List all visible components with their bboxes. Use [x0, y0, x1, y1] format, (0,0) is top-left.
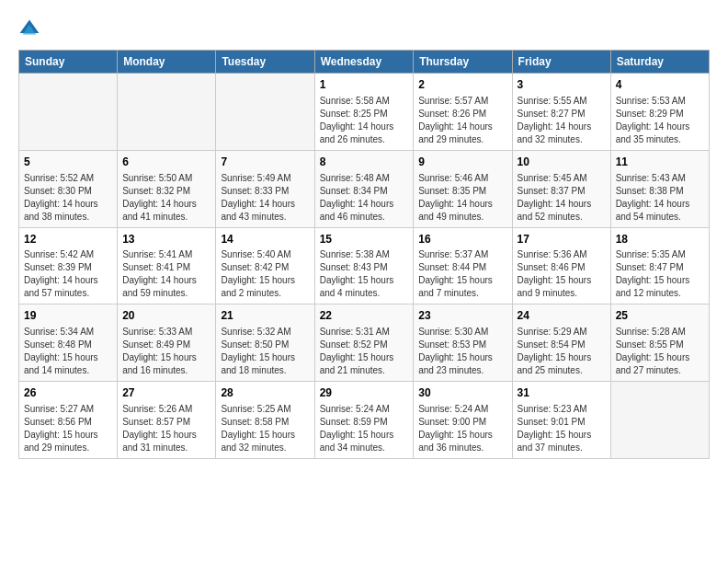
day-number: 1 [320, 77, 409, 93]
weekday-header-wednesday: Wednesday [314, 51, 414, 74]
calendar-cell: 6Sunrise: 5:50 AM Sunset: 8:32 PM Daylig… [118, 150, 216, 227]
day-number: 4 [616, 77, 704, 93]
calendar-cell: 10Sunrise: 5:45 AM Sunset: 8:37 PM Dayli… [512, 150, 610, 227]
calendar-cell: 14Sunrise: 5:40 AM Sunset: 8:42 PM Dayli… [216, 227, 314, 304]
weekday-header-friday: Friday [512, 51, 610, 74]
day-info: Sunrise: 5:24 AM Sunset: 9:00 PM Dayligh… [418, 403, 506, 454]
calendar-table: SundayMondayTuesdayWednesdayThursdayFrid… [18, 50, 710, 459]
day-number: 16 [418, 232, 506, 247]
day-info: Sunrise: 5:49 AM Sunset: 8:33 PM Dayligh… [221, 172, 309, 224]
day-number: 23 [418, 308, 506, 324]
day-number: 9 [418, 155, 506, 170]
calendar-cell: 4Sunrise: 5:53 AM Sunset: 8:29 PM Daylig… [610, 74, 709, 151]
calendar-cell: 8Sunrise: 5:48 AM Sunset: 8:34 PM Daylig… [314, 150, 414, 227]
day-number: 19 [24, 308, 112, 324]
calendar-cell: 12Sunrise: 5:42 AM Sunset: 8:39 PM Dayli… [19, 227, 118, 304]
day-number: 27 [122, 385, 210, 401]
calendar-cell: 2Sunrise: 5:57 AM Sunset: 8:26 PM Daylig… [414, 74, 512, 151]
day-number: 26 [24, 385, 112, 401]
day-info: Sunrise: 5:37 AM Sunset: 8:44 PM Dayligh… [418, 248, 506, 300]
day-info: Sunrise: 5:42 AM Sunset: 8:39 PM Dayligh… [24, 248, 112, 300]
day-info: Sunrise: 5:41 AM Sunset: 8:41 PM Dayligh… [122, 248, 210, 300]
calendar-week-5: 26Sunrise: 5:27 AM Sunset: 8:56 PM Dayli… [19, 382, 710, 459]
day-info: Sunrise: 5:35 AM Sunset: 8:47 PM Dayligh… [616, 248, 704, 300]
calendar-cell: 21Sunrise: 5:32 AM Sunset: 8:50 PM Dayli… [216, 304, 314, 382]
day-number: 18 [616, 232, 704, 247]
logo-icon [18, 18, 40, 40]
calendar-cell: 13Sunrise: 5:41 AM Sunset: 8:41 PM Dayli… [118, 227, 216, 304]
calendar-cell: 28Sunrise: 5:25 AM Sunset: 8:58 PM Dayli… [216, 382, 314, 459]
day-number: 5 [24, 155, 112, 170]
day-number: 12 [24, 232, 112, 247]
day-number: 24 [518, 308, 606, 324]
weekday-header-sunday: Sunday [19, 51, 118, 74]
calendar-cell: 22Sunrise: 5:31 AM Sunset: 8:52 PM Dayli… [314, 304, 414, 382]
day-info: Sunrise: 5:48 AM Sunset: 8:34 PM Dayligh… [320, 172, 409, 224]
day-info: Sunrise: 5:29 AM Sunset: 8:54 PM Dayligh… [518, 326, 606, 377]
day-info: Sunrise: 5:36 AM Sunset: 8:46 PM Dayligh… [518, 248, 606, 300]
day-number: 10 [518, 155, 606, 170]
calendar-body: 1Sunrise: 5:58 AM Sunset: 8:25 PM Daylig… [19, 74, 710, 459]
day-info: Sunrise: 5:27 AM Sunset: 8:56 PM Dayligh… [24, 403, 112, 454]
weekday-header-thursday: Thursday [414, 51, 512, 74]
calendar-cell: 19Sunrise: 5:34 AM Sunset: 8:48 PM Dayli… [19, 304, 118, 382]
day-number: 13 [122, 232, 210, 247]
calendar-cell: 1Sunrise: 5:58 AM Sunset: 8:25 PM Daylig… [314, 74, 414, 151]
day-info: Sunrise: 5:26 AM Sunset: 8:57 PM Dayligh… [122, 403, 210, 454]
page-header [18, 18, 710, 40]
calendar-cell: 25Sunrise: 5:28 AM Sunset: 8:55 PM Dayli… [610, 304, 709, 382]
calendar-cell: 7Sunrise: 5:49 AM Sunset: 8:33 PM Daylig… [216, 150, 314, 227]
day-number: 22 [320, 308, 409, 324]
day-number: 28 [221, 385, 309, 401]
calendar-cell [19, 74, 118, 151]
calendar-cell: 30Sunrise: 5:24 AM Sunset: 9:00 PM Dayli… [414, 382, 512, 459]
calendar-cell: 27Sunrise: 5:26 AM Sunset: 8:57 PM Dayli… [118, 382, 216, 459]
calendar-cell: 26Sunrise: 5:27 AM Sunset: 8:56 PM Dayli… [19, 382, 118, 459]
day-number: 7 [221, 155, 309, 170]
day-info: Sunrise: 5:52 AM Sunset: 8:30 PM Dayligh… [24, 172, 112, 224]
day-number: 20 [122, 308, 210, 324]
day-info: Sunrise: 5:40 AM Sunset: 8:42 PM Dayligh… [221, 248, 309, 300]
calendar-cell: 9Sunrise: 5:46 AM Sunset: 8:35 PM Daylig… [414, 150, 512, 227]
day-info: Sunrise: 5:23 AM Sunset: 9:01 PM Dayligh… [518, 403, 606, 454]
day-info: Sunrise: 5:53 AM Sunset: 8:29 PM Dayligh… [616, 95, 704, 146]
day-number: 2 [418, 77, 506, 93]
day-info: Sunrise: 5:25 AM Sunset: 8:58 PM Dayligh… [221, 403, 309, 454]
calendar-cell: 20Sunrise: 5:33 AM Sunset: 8:49 PM Dayli… [118, 304, 216, 382]
day-info: Sunrise: 5:45 AM Sunset: 8:37 PM Dayligh… [518, 172, 606, 224]
calendar-cell [118, 74, 216, 151]
calendar-week-3: 12Sunrise: 5:42 AM Sunset: 8:39 PM Dayli… [19, 227, 710, 304]
day-number: 14 [221, 232, 309, 247]
day-number: 30 [418, 385, 506, 401]
day-number: 17 [518, 232, 606, 247]
calendar-cell [610, 382, 709, 459]
day-info: Sunrise: 5:46 AM Sunset: 8:35 PM Dayligh… [418, 172, 506, 224]
day-info: Sunrise: 5:43 AM Sunset: 8:38 PM Dayligh… [616, 172, 704, 224]
day-number: 11 [616, 155, 704, 170]
day-info: Sunrise: 5:38 AM Sunset: 8:43 PM Dayligh… [320, 248, 409, 300]
day-info: Sunrise: 5:32 AM Sunset: 8:50 PM Dayligh… [221, 326, 309, 377]
calendar-cell: 31Sunrise: 5:23 AM Sunset: 9:01 PM Dayli… [512, 382, 610, 459]
day-info: Sunrise: 5:30 AM Sunset: 8:53 PM Dayligh… [418, 326, 506, 377]
day-info: Sunrise: 5:33 AM Sunset: 8:49 PM Dayligh… [122, 326, 210, 377]
day-info: Sunrise: 5:58 AM Sunset: 8:25 PM Dayligh… [320, 95, 409, 146]
calendar-cell: 23Sunrise: 5:30 AM Sunset: 8:53 PM Dayli… [414, 304, 512, 382]
calendar-cell: 24Sunrise: 5:29 AM Sunset: 8:54 PM Dayli… [512, 304, 610, 382]
calendar-week-4: 19Sunrise: 5:34 AM Sunset: 8:48 PM Dayli… [19, 304, 710, 382]
calendar-cell: 18Sunrise: 5:35 AM Sunset: 8:47 PM Dayli… [610, 227, 709, 304]
calendar-cell [216, 74, 314, 151]
calendar-week-2: 5Sunrise: 5:52 AM Sunset: 8:30 PM Daylig… [19, 150, 710, 227]
calendar-cell: 11Sunrise: 5:43 AM Sunset: 8:38 PM Dayli… [610, 150, 709, 227]
logo [18, 18, 44, 40]
day-info: Sunrise: 5:57 AM Sunset: 8:26 PM Dayligh… [418, 95, 506, 146]
calendar-cell: 17Sunrise: 5:36 AM Sunset: 8:46 PM Dayli… [512, 227, 610, 304]
weekday-header-tuesday: Tuesday [216, 51, 314, 74]
calendar-week-1: 1Sunrise: 5:58 AM Sunset: 8:25 PM Daylig… [19, 74, 710, 151]
calendar-cell: 15Sunrise: 5:38 AM Sunset: 8:43 PM Dayli… [314, 227, 414, 304]
day-number: 15 [320, 232, 409, 247]
calendar-cell: 29Sunrise: 5:24 AM Sunset: 8:59 PM Dayli… [314, 382, 414, 459]
day-number: 25 [616, 308, 704, 324]
weekday-header-monday: Monday [118, 51, 216, 74]
day-info: Sunrise: 5:24 AM Sunset: 8:59 PM Dayligh… [320, 403, 409, 454]
calendar-cell: 3Sunrise: 5:55 AM Sunset: 8:27 PM Daylig… [512, 74, 610, 151]
